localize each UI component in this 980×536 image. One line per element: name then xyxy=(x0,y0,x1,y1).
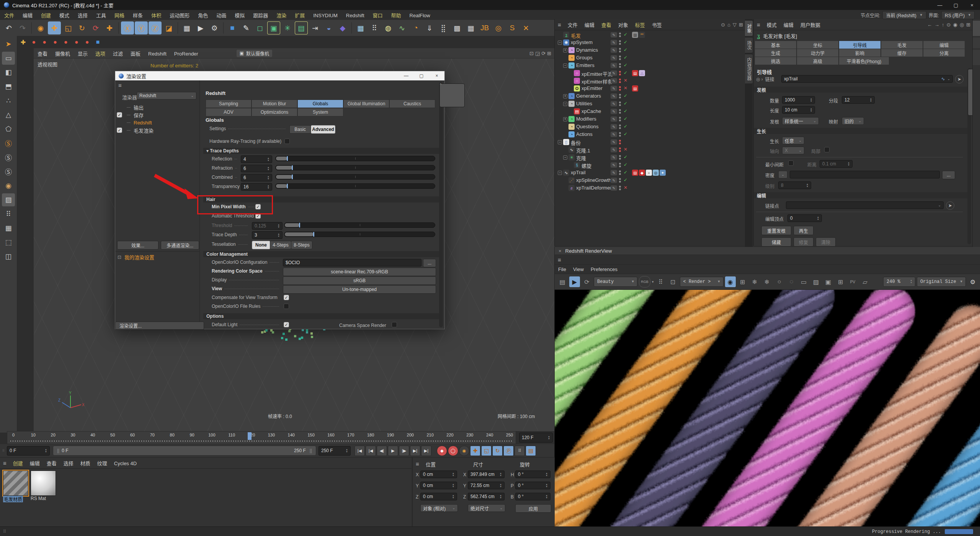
redo-icon[interactable]: ↷ xyxy=(16,21,29,34)
rscube-tag-icon[interactable]: ◆ xyxy=(639,170,645,176)
dialog-tree-item-输出[interactable]: 输出 xyxy=(117,103,197,111)
attr-tab-引导线[interactable]: 引导线 xyxy=(839,41,881,49)
y-axis-lock-icon[interactable]: Ⓨ xyxy=(135,21,148,34)
edges-mode-icon[interactable]: △ xyxy=(2,108,15,121)
rv-circle-icon[interactable]: ○ xyxy=(774,276,785,287)
menu-item-0[interactable]: 文件 xyxy=(564,22,581,28)
menu-item-10[interactable]: 角色 xyxy=(194,13,212,18)
polygons-mode-icon[interactable]: ⬠ xyxy=(2,123,15,136)
multipass-button[interactable]: 多通道渲染... xyxy=(161,241,199,250)
state-x-icon[interactable]: ✕ xyxy=(624,85,627,91)
enable-dots[interactable] xyxy=(619,147,621,152)
rs-tab-Caustics[interactable]: Caustics xyxy=(389,100,435,108)
editor-toggle-icon[interactable]: ✎ xyxy=(611,139,617,145)
side-tab-场次[interactable]: 场次 xyxy=(745,38,753,53)
threshold-slider[interactable] xyxy=(284,222,435,228)
record-position-button[interactable]: ✚ xyxy=(470,446,480,456)
viewport-swap-icon[interactable]: ◲ xyxy=(535,51,540,56)
rv-size-dropdown[interactable]: Original Size▼ xyxy=(917,277,966,287)
growth-dropdown[interactable]: 任意⌄ xyxy=(782,137,804,144)
link-picker-icon[interactable]: ➤ xyxy=(955,75,964,83)
go-start-button[interactable]: |◀ xyxy=(354,446,365,456)
attr-tab-编辑[interactable]: 编辑 xyxy=(923,41,965,49)
snap-2-icon[interactable]: Ⓢ xyxy=(2,151,15,164)
om-row-Generators[interactable]: +◔Generators✎✓ xyxy=(555,92,745,100)
lock-icon[interactable]: ◉ xyxy=(953,22,957,28)
rv-restart-render-icon[interactable]: ⟳ xyxy=(581,276,592,287)
mat-burger-icon[interactable]: ≡ xyxy=(0,460,10,466)
next-key-button[interactable]: ▶| xyxy=(410,446,420,456)
orangedots-tag-icon[interactable]: ** xyxy=(639,32,645,38)
ocio-config-input[interactable]: $OCIO xyxy=(283,259,421,266)
expander-icon[interactable]: + xyxy=(563,48,567,52)
om-row-备份[interactable]: −▯备份✎ xyxy=(555,138,745,146)
gauge-icon[interactable]: ◔ xyxy=(409,21,422,34)
rv-pv-icon[interactable]: PV xyxy=(848,276,858,287)
om-row-xpCache[interactable]: ▤xpCache✎✓ xyxy=(555,108,745,115)
rv-zoom-field[interactable]: 240 %▲▼ xyxy=(883,277,915,287)
state-check-icon[interactable]: ✓ xyxy=(624,124,627,129)
trace-transparency-slider[interactable] xyxy=(275,183,435,189)
menu-item-17[interactable]: Redshift xyxy=(342,13,369,18)
go-end-button[interactable]: ▶| xyxy=(421,446,431,456)
current-frame-marker[interactable] xyxy=(248,432,252,440)
linkpoint-input[interactable]: ⌄ xyxy=(786,201,944,209)
editor-toggle-icon[interactable]: ✎ xyxy=(611,162,617,168)
enable-dots[interactable] xyxy=(619,170,621,175)
ocio-browse-button[interactable]: ... xyxy=(423,259,436,267)
download-icon[interactable]: ⇓ xyxy=(423,21,436,34)
attr-tab-高级[interactable]: 高级 xyxy=(797,57,839,65)
home-icon[interactable]: ⌂ xyxy=(727,22,730,28)
lock-mode-icon[interactable]: ◫ xyxy=(2,250,15,263)
state-check-icon[interactable]: ✓ xyxy=(624,93,627,98)
dialog-tree-item-保存[interactable]: ✓保存 xyxy=(117,111,197,119)
file-rules-checkbox[interactable] xyxy=(284,304,289,309)
tree-checkbox[interactable]: ✓ xyxy=(117,112,122,118)
viewport-menu-2[interactable]: 显示 xyxy=(74,51,91,57)
trace-reflection-input[interactable]: 4▲▼ xyxy=(241,155,272,163)
table-icon[interactable]: ▦ xyxy=(354,21,367,34)
trace-refraction-slider[interactable] xyxy=(275,165,435,170)
rv-burger-icon[interactable]: ≡ xyxy=(555,257,561,263)
om-row-毛发[interactable]: ʓ毛发✎✓▨** xyxy=(555,31,745,39)
editor-toggle-icon[interactable]: ✎ xyxy=(611,116,617,122)
menu-item-16[interactable]: INSYDIUM xyxy=(309,13,342,18)
trace-combined-input[interactable]: 6▲▼ xyxy=(241,174,272,181)
menu-item-1[interactable]: 编辑 xyxy=(780,22,797,28)
enable-dots[interactable] xyxy=(619,94,621,98)
dialog-maximize-button[interactable]: ▢ xyxy=(414,71,429,80)
render-settings-bottom-button[interactable]: 渲染设置... xyxy=(115,322,204,330)
filter-icon[interactable]: ▽ xyxy=(733,22,737,28)
menu-item-0[interactable]: 模式 xyxy=(763,22,780,28)
display-dropdown[interactable]: sRGB xyxy=(283,276,436,285)
segments-input[interactable]: 12▲▼ xyxy=(842,96,875,104)
graph-icon[interactable]: ∿ xyxy=(395,21,408,34)
state-check-icon[interactable]: ✓ xyxy=(624,162,627,167)
attr-tab-基本[interactable]: 基本 xyxy=(755,41,797,49)
expander-icon[interactable]: + xyxy=(563,117,567,121)
om-row-xpEmitter平流[interactable]: ⁘xpEmitter平流✎✓▤△ xyxy=(555,69,745,77)
prev-frame-button[interactable]: ◀| xyxy=(377,446,387,456)
viewport-layout-icon[interactable]: ⊞ xyxy=(547,51,551,56)
tweak-mode-icon[interactable]: ➤ xyxy=(2,38,15,51)
menu-item-4[interactable]: 材质 xyxy=(77,461,94,466)
hatch-tag-icon[interactable]: ▨ xyxy=(632,32,638,38)
xp-emitter-4-icon[interactable]: ● xyxy=(61,37,71,47)
field-icon[interactable]: ◒ xyxy=(322,21,335,34)
xp-emitter-3-icon[interactable]: ● xyxy=(51,37,60,47)
attr-tab-缓存[interactable]: 缓存 xyxy=(881,49,923,57)
menu-item-0[interactable]: 文件 xyxy=(0,13,18,18)
frame-end-field[interactable]: 250 F▲▼ xyxy=(318,446,351,456)
enable-dots[interactable] xyxy=(619,78,621,83)
rv-menu-0[interactable]: File xyxy=(555,266,570,272)
regenerate-button[interactable]: 再生 xyxy=(794,226,813,235)
play-button[interactable]: ▶ xyxy=(388,446,398,456)
instance-icon[interactable]: ✳ xyxy=(281,21,294,34)
menu-item-3[interactable]: 对象 xyxy=(615,22,632,28)
link-input[interactable]: xpTrail∿⌄ xyxy=(781,75,953,83)
rv-image-icon[interactable]: ▣ xyxy=(823,276,834,287)
rv-menu-1[interactable]: View xyxy=(570,266,587,272)
workplane-mode-icon[interactable]: ⬒ xyxy=(2,80,15,93)
om-row-Dynamics[interactable]: +◔Dynamics✎✓ xyxy=(555,46,745,54)
rotation-h-input[interactable]: 0 °▲▼ xyxy=(515,471,550,478)
